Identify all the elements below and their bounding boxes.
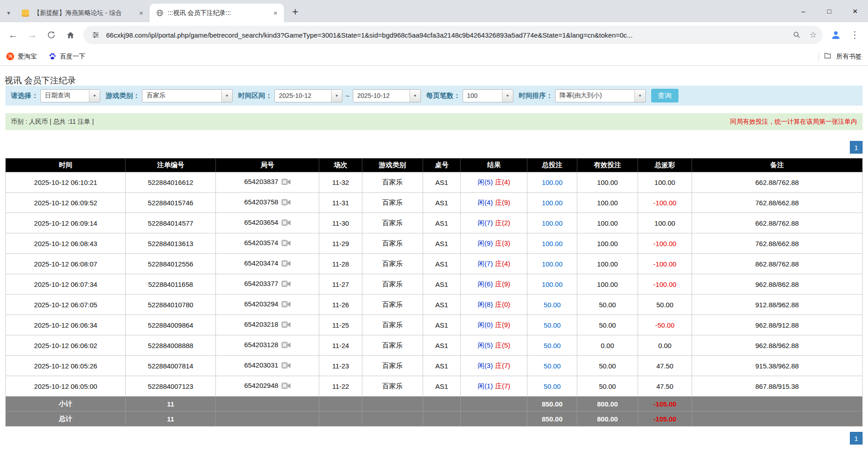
chevron-down-icon[interactable]: ▼ — [502, 90, 513, 102]
cell-result: 闲(7)庄(4) — [461, 254, 527, 274]
cell-time: 2025-10-12 06:09:14 — [6, 213, 126, 233]
total-bet-link[interactable]: 50.00 — [544, 301, 561, 309]
cell-payout: 47.50 — [638, 356, 692, 376]
back-button[interactable]: ← — [5, 26, 22, 44]
bookmark-aitaobao[interactable]: 淘 爱淘宝 — [6, 53, 37, 61]
tab-bet-records[interactable]: :::视讯 会员下注纪录::: × — [150, 4, 284, 22]
bookmark-star-icon[interactable]: ☆ — [807, 29, 819, 41]
close-tab-icon[interactable]: × — [271, 8, 280, 18]
video-replay-icon[interactable] — [282, 301, 291, 309]
minimize-button[interactable]: – — [790, 0, 816, 22]
url-text[interactable]: 66cxkj98.com/ipl/portal.php/game/betreco… — [106, 31, 786, 39]
video-replay-icon[interactable] — [282, 199, 291, 207]
new-tab-button[interactable]: + — [288, 4, 303, 19]
cell-total-bet: 100.00 — [527, 254, 577, 274]
tab-search-icon[interactable]: ▾ — [2, 4, 15, 22]
tab-forum[interactable]: 【新提醒】海燕策略论坛 - 综合 × — [15, 4, 150, 22]
cell-game: 百家乐 — [362, 274, 423, 295]
total-bet-link[interactable]: 50.00 — [544, 321, 561, 329]
header-session: 场次 — [319, 159, 362, 172]
maximize-button[interactable]: □ — [816, 0, 842, 22]
cell-time: 2025-10-12 06:05:26 — [6, 356, 126, 376]
player-result: 闲(4) — [478, 198, 493, 206]
total-bet-link[interactable]: 100.00 — [542, 240, 563, 247]
game-type-select[interactable]: 百家乐 ▼ — [142, 89, 233, 102]
query-type-select[interactable]: 日期查询 ▼ — [40, 89, 100, 102]
cell-game: 百家乐 — [362, 356, 423, 376]
total-bet-link[interactable]: 100.00 — [542, 281, 563, 288]
total-bet-link[interactable]: 50.00 — [544, 382, 561, 390]
table-row: 2025-10-12 06:07:34 522884011658 6542033… — [6, 274, 863, 295]
refresh-button[interactable] — [43, 26, 60, 44]
total-bet-link[interactable]: 50.00 — [544, 342, 561, 349]
bookmarks-bar: 淘 爱淘宝 百度一下 所有书签 — [0, 48, 868, 66]
cell-valid-bet: 100.00 — [577, 193, 638, 213]
address-bar[interactable]: 66cxkj98.com/ipl/portal.php/game/betreco… — [83, 26, 823, 44]
cell-result: 闲(0)庄(9) — [461, 315, 527, 335]
date-from-value: 2025-10-12 — [275, 90, 331, 102]
cell-session: 11-25 — [319, 315, 362, 335]
cell-result: 闲(4)庄(9) — [461, 193, 527, 213]
page-1-button[interactable]: 1 — [850, 432, 863, 445]
table-row: 2025-10-12 06:09:52 522884015746 6542037… — [6, 193, 863, 213]
currency-total-text: 币别 : 人民币 | 总共 :11 注单 | — [11, 118, 94, 126]
browser-menu-icon[interactable]: ⋮ — [846, 26, 863, 44]
total-bet-link[interactable]: 100.00 — [542, 219, 563, 227]
round-number: 654202948 — [244, 382, 278, 389]
bookmark-label: 爱淘宝 — [18, 53, 37, 61]
site-settings-tune-icon[interactable] — [90, 29, 102, 41]
profile-avatar-icon[interactable] — [827, 26, 844, 44]
video-replay-icon[interactable] — [282, 281, 291, 289]
video-replay-icon[interactable] — [282, 342, 291, 350]
zoom-icon[interactable] — [791, 29, 803, 41]
select-type-label: 请选择： — [11, 92, 38, 100]
video-replay-icon[interactable] — [282, 240, 291, 248]
close-window-button[interactable]: × — [842, 0, 868, 22]
search-button[interactable]: 查询 — [651, 89, 678, 102]
chevron-down-icon[interactable]: ▼ — [410, 90, 420, 102]
table-row: 2025-10-12 06:06:34 522884009864 6542032… — [6, 315, 863, 335]
empty-cell — [423, 397, 460, 411]
round-number: 654203837 — [244, 178, 278, 185]
same-round-note: 同局有效投注，统一计算在该局第一张注单内 — [730, 118, 857, 126]
video-replay-icon[interactable] — [282, 321, 291, 329]
total-bet-link[interactable]: 100.00 — [542, 179, 563, 186]
cell-table-no: AS1 — [423, 335, 460, 356]
total-bet-link[interactable]: 100.00 — [542, 260, 563, 268]
cell-valid-bet: 50.00 — [577, 295, 638, 315]
all-bookmarks[interactable]: 所有书签 — [819, 52, 862, 61]
forward-button[interactable]: → — [24, 26, 41, 44]
cell-table-no: AS1 — [423, 356, 460, 376]
page-1-button[interactable]: 1 — [850, 141, 863, 154]
cell-total-bet: 50.00 — [527, 335, 577, 356]
empty-cell — [461, 411, 527, 426]
cell-bet-id: 522884007123 — [126, 376, 215, 397]
sort-order-select[interactable]: 降幂(由大到小) ▼ — [555, 89, 646, 102]
close-tab-icon[interactable]: × — [137, 8, 146, 18]
pagination-top: 1 — [5, 141, 863, 154]
home-button[interactable] — [62, 26, 79, 44]
video-replay-icon[interactable] — [282, 219, 291, 227]
video-replay-icon[interactable] — [282, 179, 291, 187]
page-size-select[interactable]: 100 ▼ — [463, 89, 513, 102]
player-result: 闲(7) — [478, 260, 493, 267]
player-result: 闲(9) — [478, 239, 493, 247]
cell-session: 11-22 — [319, 376, 362, 397]
cell-time: 2025-10-12 06:08:07 — [6, 254, 126, 274]
video-replay-icon[interactable] — [282, 382, 291, 391]
chevron-down-icon[interactable]: ▼ — [331, 90, 342, 102]
chevron-down-icon[interactable]: ▼ — [89, 90, 100, 102]
cell-time: 2025-10-12 06:06:34 — [6, 315, 126, 335]
date-to-select[interactable]: 2025-10-12 ▼ — [353, 89, 421, 102]
total-bet-link[interactable]: 50.00 — [544, 362, 561, 370]
cell-valid-bet: 50.00 — [577, 315, 638, 335]
date-from-select[interactable]: 2025-10-12 ▼ — [274, 89, 342, 102]
total-bet-link[interactable]: 100.00 — [542, 199, 563, 207]
video-replay-icon[interactable] — [282, 362, 291, 370]
chevron-down-icon[interactable]: ▼ — [634, 90, 645, 102]
bookmark-baidu[interactable]: 百度一下 — [49, 52, 85, 61]
cell-note: 912.88/962.88 — [692, 295, 863, 315]
video-replay-icon[interactable] — [282, 260, 291, 268]
banker-result: 庄(7) — [495, 362, 510, 369]
chevron-down-icon[interactable]: ▼ — [221, 90, 232, 102]
